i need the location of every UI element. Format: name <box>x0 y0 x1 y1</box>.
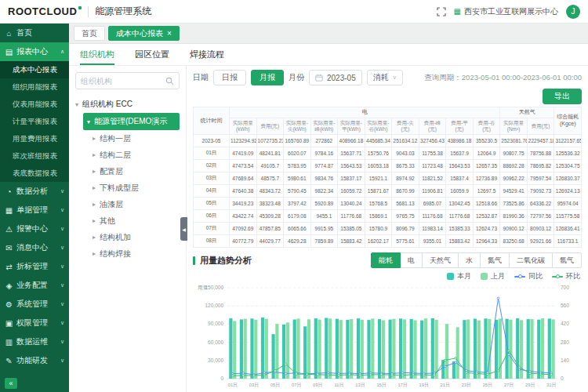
sidebar-item[interactable]: ✉消息中心∨ <box>0 238 69 257</box>
trend-chip[interactable]: 能耗 <box>371 252 401 268</box>
chevron-right-icon: ▸ <box>93 217 96 224</box>
sidebar-item[interactable]: ⚠报警中心∨ <box>0 220 69 238</box>
tree-node[interactable]: ▸结构焊接 <box>75 245 180 262</box>
trend-chip[interactable]: 氩气 <box>552 252 582 268</box>
table-cell: 9822.34 <box>310 185 338 198</box>
table-row[interactable]: 06日43422.7445309.286179.089455.111776.68… <box>194 210 582 223</box>
tree-node[interactable]: ▸结构机加 <box>75 229 180 245</box>
sidebar-collapse-button[interactable]: « <box>5 378 17 389</box>
legend-item[interactable]: 上月 <box>481 271 505 281</box>
window-tab[interactable]: 首页 <box>74 26 105 41</box>
sidebar-item[interactable]: ⚙系统管理∨ <box>0 295 69 314</box>
window-tab[interactable]: 成本中心报表× <box>108 26 180 41</box>
table-cell: 8675.33 <box>392 160 419 172</box>
legend-item[interactable]: 本月 <box>447 271 471 281</box>
tree-node[interactable]: ▸配置层 <box>75 163 180 180</box>
sidebar-item[interactable]: ▣权限管理∨ <box>0 314 69 332</box>
table-cell: 15637.9 <box>446 147 474 160</box>
table-cell: 15768.5 <box>365 198 392 210</box>
legend-swatch <box>447 273 454 280</box>
trend-chip[interactable]: 水 <box>458 252 481 268</box>
table-cell: 15643.53 <box>338 160 365 172</box>
table-row[interactable]: 01日47419.0948241.816020.079784.1615637.7… <box>194 147 582 160</box>
svg-text:90,000: 90,000 <box>208 321 223 326</box>
table-cell: 11821.52 <box>419 172 446 185</box>
table-cell: 445685.34 <box>365 135 392 147</box>
tree-search-input[interactable] <box>81 77 162 85</box>
tree-node-selected[interactable]: ▾能源管理(DEMO演示 <box>83 113 180 130</box>
col-header: 实际用量-尖(kWh) <box>284 118 311 134</box>
chevron-down-icon: ∨ <box>60 339 64 345</box>
table-row[interactable]: 2023-051123294.921072735.23165760.892728… <box>194 135 582 147</box>
topbar: ROOTCLOUD 能源管理系统 ▦ 西安市工业互联网展示中心 J <box>0 0 588 24</box>
table-cell: 47419.09 <box>230 147 257 160</box>
unit-select[interactable]: 消耗 ∨ <box>367 70 403 85</box>
sidebar-item[interactable]: ◔数据分析∨ <box>0 182 69 201</box>
close-icon[interactable]: × <box>167 30 172 38</box>
trend-chip[interactable]: 电 <box>400 252 423 268</box>
table-row[interactable]: 05日34419.2338323.483797.425920.8913040.2… <box>194 198 582 210</box>
tree-node[interactable]: ▸其他 <box>75 212 180 229</box>
sidebar-subitem[interactable]: 班次班组报表 <box>0 147 69 165</box>
sidebar-item[interactable]: ⌂首页 <box>0 24 69 42</box>
search-icon[interactable] <box>165 77 174 85</box>
table-cell: 11983.14 <box>419 223 446 235</box>
table-cell: 3122157.65 <box>554 135 582 147</box>
view-tab[interactable]: 焊接流程 <box>190 44 224 65</box>
avatar[interactable]: J <box>566 5 580 19</box>
table-cell: 9915.95 <box>310 223 338 235</box>
table-row[interactable]: 08日40772.7944029.774629.287859.8915883.4… <box>194 235 582 248</box>
sidebar-subitem[interactable]: 成本中心报表 <box>0 61 69 78</box>
tree-node-label: 结构焊接 <box>100 249 131 260</box>
sidebar-item[interactable]: ▥数据运维∨ <box>0 332 69 351</box>
table-row[interactable]: 07日47092.6947857.856065.669915.9515385.0… <box>194 223 582 235</box>
sidebar-item[interactable]: ✎功能研发∨ <box>0 351 69 370</box>
tree-root-label: 组织机构 ECC <box>82 99 132 110</box>
legend-item[interactable]: 同比 <box>514 271 543 281</box>
table-row[interactable]: 04日47640.3848343.725790.459822.3416059.7… <box>194 185 582 198</box>
sidebar-item[interactable]: ▤报表中心∧ <box>0 42 69 61</box>
export-button[interactable]: 导出 <box>543 89 582 104</box>
trend-title: 用量趋势分析 <box>200 255 252 267</box>
view-tabs: 组织机构园区位置焊接流程 <box>69 44 588 66</box>
tree-node[interactable]: ▸油漆层 <box>75 196 180 212</box>
table-cell: 47092.69 <box>230 223 257 235</box>
trend-chip[interactable]: 天然气 <box>422 252 459 268</box>
view-tab[interactable]: 组织机构 <box>80 44 114 65</box>
table-row[interactable]: 02日47473.5449105.75783.959774.8715643.53… <box>194 160 582 172</box>
sidebar-item[interactable]: ⇄折标管理∨ <box>0 257 69 276</box>
table-cell: 48575.7 <box>256 172 284 185</box>
monthly-report-button[interactable]: 月报 <box>251 70 284 85</box>
table-cell: 44029.77 <box>256 235 284 248</box>
svg-text:30,000: 30,000 <box>208 358 223 363</box>
window-tabbar: 首页成本中心报表× <box>69 24 588 44</box>
view-tab[interactable]: 园区位置 <box>135 44 169 65</box>
trend-chip[interactable]: 氮气 <box>480 252 510 268</box>
fullscreen-icon[interactable] <box>437 7 446 16</box>
table-row[interactable]: 03日47689.6448575.75980.619834.7615837.17… <box>194 172 582 185</box>
sidebar-subitem[interactable]: 组织用能报表 <box>0 78 69 96</box>
tree-node[interactable]: ▸结构二层 <box>75 147 180 163</box>
table-cell: 12624.73 <box>473 223 500 235</box>
cell-time: 06日 <box>194 210 230 223</box>
tree-node[interactable]: ▸下料成型层 <box>75 180 180 196</box>
trend-chip[interactable]: 二氧化碳 <box>509 252 553 268</box>
legend-item[interactable]: 环比 <box>552 271 580 281</box>
sidebar-subitem[interactable]: 仪表用能报表 <box>0 96 69 113</box>
sidebar-subitem[interactable]: 用量费用报表 <box>0 130 69 147</box>
month-picker[interactable]: 2023-05 <box>309 70 362 85</box>
tree-collapse-handle[interactable]: ◀ <box>180 217 187 241</box>
daily-report-button[interactable]: 日报 <box>213 70 246 85</box>
sidebar-subitem[interactable]: 表底数据报表 <box>0 165 69 182</box>
legend-dot <box>556 274 560 278</box>
sidebar-subitem[interactable]: 计量平衡报表 <box>0 113 69 130</box>
col-header-energy: 综合能耗(Kgce) <box>554 107 582 135</box>
sidebar-item[interactable]: ◈业务配置∨ <box>0 276 69 295</box>
org-label: 西安市工业互联网展示中心 <box>464 6 558 17</box>
svg-text:17日: 17日 <box>397 383 407 388</box>
sidebar-item[interactable]: ▦单据管理∨ <box>0 201 69 220</box>
cell-time: 05日 <box>194 198 230 210</box>
tree-root-node[interactable]: ▾组织机构 ECC <box>75 96 180 113</box>
tree-node[interactable]: ▸结构一层 <box>75 130 180 147</box>
legend-line-swatch <box>552 276 563 278</box>
